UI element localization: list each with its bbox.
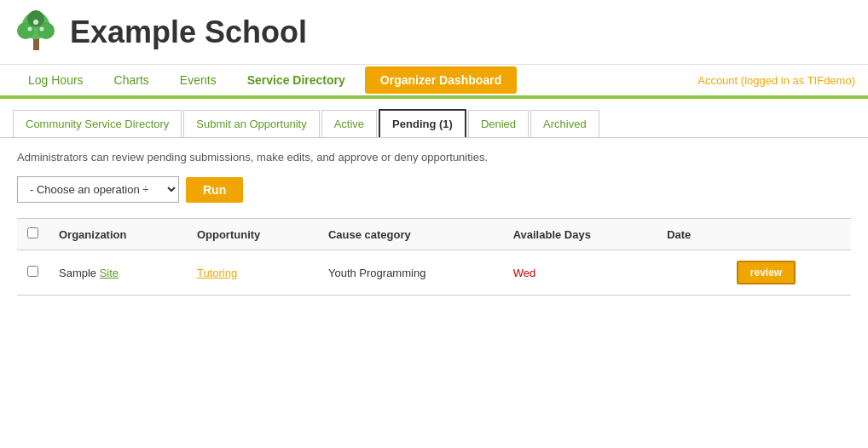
tab-community-service-directory[interactable]: Community Service Directory (13, 110, 182, 137)
opportunity-link[interactable]: Tutoring (197, 267, 237, 279)
row-opportunity: Tutoring (187, 250, 318, 296)
org-name-text: Sample (59, 267, 100, 279)
operation-select[interactable]: - Choose an operation ÷ (17, 176, 179, 203)
main-content: Administrators can review pending submis… (0, 138, 868, 308)
organizer-dashboard-button[interactable]: Organizer Dashboard (365, 66, 517, 94)
svg-point-5 (33, 20, 38, 25)
header-organization: Organization (49, 219, 187, 250)
table-body: Sample Site Tutoring Youth Programming W… (17, 250, 851, 296)
operations-bar: - Choose an operation ÷ Run (17, 176, 851, 203)
navbar: Log Hours Charts Events Service Director… (0, 65, 868, 99)
header-checkbox-col (17, 219, 49, 250)
table-header: Organization Opportunity Cause category … (17, 219, 851, 250)
row-available-days: Wed (503, 250, 657, 296)
row-organization: Sample Site (49, 250, 187, 296)
svg-rect-0 (33, 38, 39, 50)
tab-submit-opportunity[interactable]: Submit an Opportunity (183, 110, 319, 137)
review-button[interactable]: review (737, 261, 796, 284)
header-available-days: Available Days (503, 219, 657, 250)
school-name: Example School (70, 14, 307, 50)
account-label: Account (697, 74, 738, 87)
row-cause-category: Youth Programming (318, 250, 503, 296)
account-info: Account (logged in as TIFdemo) (697, 74, 855, 87)
header-opportunity: Opportunity (187, 219, 318, 250)
nav-service-directory[interactable]: Service Directory (232, 65, 361, 95)
header-date: Date (657, 219, 726, 250)
nav-log-hours[interactable]: Log Hours (13, 65, 99, 95)
header-cause-category: Cause category (318, 219, 503, 250)
row-action: review (726, 250, 851, 296)
school-logo-icon (13, 9, 60, 55)
run-button[interactable]: Run (186, 177, 243, 203)
account-user: (logged in as TIFdemo) (741, 74, 855, 87)
nav-events[interactable]: Events (165, 65, 232, 95)
tab-denied[interactable]: Denied (468, 110, 529, 137)
tab-pending[interactable]: Pending (1) (379, 109, 466, 137)
tabs-bar: Community Service Directory Submit an Op… (0, 99, 868, 138)
row-date (657, 250, 726, 296)
row-checkbox[interactable] (27, 266, 38, 277)
org-site-link[interactable]: Site (100, 267, 119, 279)
row-checkbox-cell (17, 250, 49, 296)
header-action (726, 219, 851, 250)
info-text: Administrators can review pending submis… (17, 151, 851, 164)
nav-charts[interactable]: Charts (99, 65, 165, 95)
select-all-checkbox[interactable] (27, 227, 38, 238)
header: Example School (0, 0, 868, 65)
opportunities-table: Organization Opportunity Cause category … (17, 218, 851, 296)
svg-point-6 (28, 27, 32, 32)
svg-point-7 (40, 27, 44, 32)
tab-archived[interactable]: Archived (530, 110, 599, 137)
tab-active[interactable]: Active (321, 110, 377, 137)
table-row: Sample Site Tutoring Youth Programming W… (17, 250, 851, 296)
